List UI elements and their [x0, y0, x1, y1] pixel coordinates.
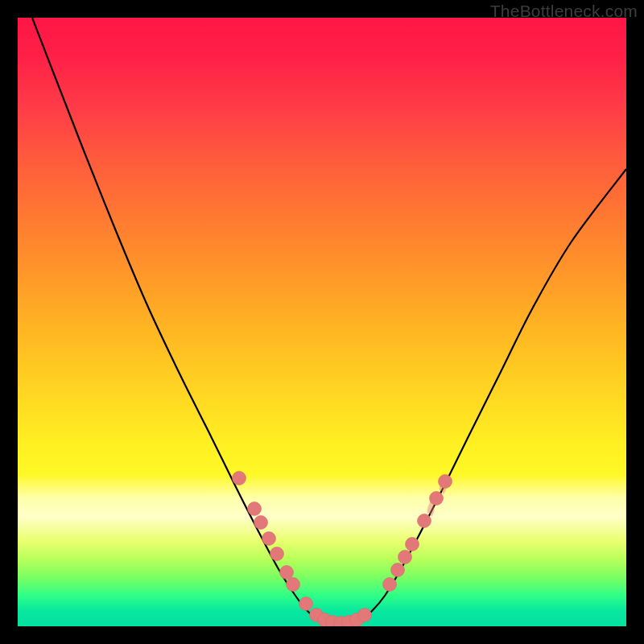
curve-marker	[418, 514, 431, 528]
curve-marker	[270, 547, 284, 561]
curve-marker	[358, 609, 372, 622]
curve-marker	[391, 564, 405, 577]
chart-frame: TheBottleneck.com	[0, 0, 644, 644]
plot-area	[18, 18, 626, 626]
bottleneck-curve	[32, 18, 626, 625]
curve-overlay	[18, 18, 626, 626]
curve-marker	[287, 578, 300, 592]
curve-marker	[398, 551, 412, 564]
curve-marker	[254, 516, 268, 530]
watermark-text: TheBottleneck.com	[490, 2, 638, 21]
curve-marker	[280, 566, 294, 580]
curve-marker	[262, 532, 276, 546]
curve-marker	[299, 597, 313, 611]
curve-marker	[233, 472, 246, 485]
curve-marker	[406, 538, 419, 551]
curve-marker	[383, 578, 397, 592]
curve-marker	[248, 502, 262, 516]
